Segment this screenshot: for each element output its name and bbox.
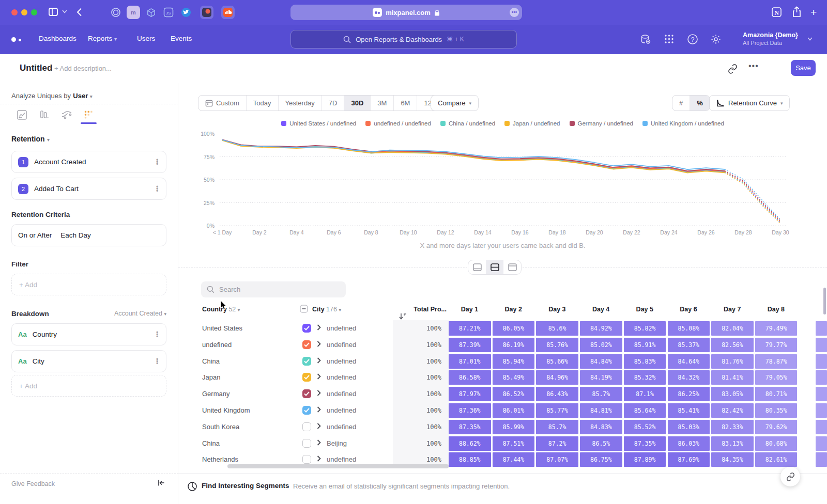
url-bar[interactable]: mixpanel.com ••• <box>290 5 522 20</box>
range-6m[interactable]: 6M <box>394 96 417 111</box>
retention-step-card[interactable]: 2Added To Cart••• <box>11 178 166 200</box>
range-30d[interactable]: 30D <box>344 96 371 111</box>
row-checkbox[interactable] <box>302 439 311 448</box>
retention-value-cell[interactable]: 85.77% <box>536 403 578 418</box>
expand-row-icon[interactable] <box>317 439 321 446</box>
step-event-label[interactable]: Added To Cart <box>34 185 149 193</box>
retention-value-cell[interactable]: 82.04% <box>711 321 754 336</box>
retention-value-cell[interactable]: 87.89% <box>624 452 666 467</box>
retention-value-cell[interactable]: 85.83% <box>624 354 666 369</box>
day-column-header[interactable]: Day 6 <box>668 306 710 313</box>
retention-value-cell[interactable]: 85.02% <box>580 338 622 352</box>
nav-reports[interactable]: Reports ▾ <box>88 35 117 42</box>
zoom-window-icon[interactable] <box>31 9 37 15</box>
legend-item[interactable]: Japan / undefined <box>504 120 560 127</box>
vertical-scrollbar[interactable] <box>823 288 826 314</box>
retention-value-cell[interactable]: 84.19% <box>580 370 622 385</box>
analyze-uniques-dropdown[interactable]: User ▾ <box>73 92 92 100</box>
funnels-bars-icon[interactable] <box>39 109 50 121</box>
row-checkbox[interactable] <box>302 357 311 366</box>
day-column-header[interactable]: Day 3 <box>536 306 578 313</box>
retention-value-cell[interactable]: 87.51% <box>493 436 535 451</box>
give-feedback-link[interactable]: Give Feedback <box>11 480 55 487</box>
new-tab-icon[interactable]: + <box>810 6 817 19</box>
retention-value-cell[interactable]: 85.03% <box>668 420 710 434</box>
range-7d[interactable]: 7D <box>322 96 345 111</box>
retention-line-chart[interactable] <box>220 134 786 226</box>
retention-value-cell[interactable]: 87.44% <box>493 452 535 467</box>
table-only-view-toggle[interactable] <box>503 260 521 274</box>
retention-value-cell[interactable]: 86.5% <box>580 436 622 451</box>
range-yesterday[interactable]: Yesterday <box>279 96 322 111</box>
retention-value-cell[interactable]: 87.21% <box>449 321 491 336</box>
breakdown-property-label[interactable]: Country <box>33 330 149 338</box>
day-column-header[interactable]: Day 8 <box>755 306 797 313</box>
retention-value-cell[interactable]: 80.68% <box>755 436 798 451</box>
project-switcher[interactable]: Amazonia {Demo} All Project Data <box>743 32 798 46</box>
retention-value-cell[interactable]: 87.36% <box>449 403 491 418</box>
retention-value-cell[interactable]: 86.58% <box>449 370 491 385</box>
day-column-header[interactable]: Day 7 <box>711 306 753 313</box>
retention-value-cell[interactable]: 85.32% <box>624 370 666 385</box>
retention-value-cell[interactable]: 84.35% <box>711 452 754 467</box>
kebab-menu-icon[interactable]: ••• <box>155 159 160 165</box>
close-window-icon[interactable] <box>11 9 18 15</box>
nav-dashboards[interactable]: Dashboards <box>39 35 76 42</box>
split-view-toggle[interactable] <box>486 260 503 274</box>
save-button[interactable]: Save <box>791 60 816 76</box>
extension-cube-icon[interactable] <box>144 6 158 19</box>
retention-value-cell[interactable]: 85.66% <box>536 354 578 369</box>
retention-value-cell[interactable]: 82.56% <box>711 338 754 352</box>
retention-value-cell[interactable]: 85.7% <box>536 420 578 434</box>
retention-value-cell[interactable]: 80.35% <box>755 403 798 418</box>
retention-value-cell[interactable]: 82.33% <box>711 420 754 434</box>
retention-value-cell[interactable]: 79.77% <box>755 338 798 352</box>
row-checkbox[interactable] <box>302 389 311 398</box>
minimize-window-icon[interactable] <box>21 9 27 15</box>
expand-row-icon[interactable] <box>317 373 321 380</box>
nav-users[interactable]: Users <box>137 35 155 42</box>
expand-row-icon[interactable] <box>317 357 321 364</box>
retention-value-cell[interactable]: 85.37% <box>668 338 710 352</box>
retention-value-cell[interactable]: 86.01% <box>493 403 535 418</box>
retention-value-cell[interactable]: 83.05% <box>711 387 754 401</box>
breakdown-card[interactable]: AaCity••• <box>11 350 166 372</box>
retention-value-cell[interactable]: 81.76% <box>711 354 754 369</box>
retention-value-cell[interactable]: 86.43% <box>536 387 578 401</box>
global-search-input[interactable]: Open Reports & Dashboards ⌘ + K <box>290 30 517 49</box>
retention-value-cell[interactable]: 84.96% <box>536 370 578 385</box>
copy-link-icon[interactable] <box>728 64 738 74</box>
total-column-header[interactable]: Total Pro... <box>399 306 447 320</box>
kebab-menu-icon[interactable]: ••• <box>155 332 160 338</box>
expand-row-icon[interactable] <box>317 455 321 462</box>
retention-value-cell[interactable]: 85.64% <box>624 403 666 418</box>
retention-value-cell[interactable]: 85.99% <box>493 420 535 434</box>
step-event-label[interactable]: Account Created <box>34 158 149 166</box>
retention-value-cell[interactable]: 84.84% <box>580 354 622 369</box>
retention-grid-icon[interactable] <box>83 109 95 121</box>
extension-record-icon[interactable] <box>200 6 213 19</box>
retention-section-toggle[interactable]: Retention ▾ <box>11 134 50 144</box>
retention-value-cell[interactable]: 85.91% <box>624 338 666 352</box>
breakdown-scope-dropdown[interactable]: Account Created ▾ <box>114 310 166 317</box>
retention-value-cell[interactable]: 85.52% <box>624 420 666 434</box>
row-checkbox[interactable] <box>302 406 311 415</box>
retention-value-cell[interactable]: 79.49% <box>755 321 798 336</box>
retention-value-cell[interactable]: 85.08% <box>668 321 710 336</box>
range-custom[interactable]: Custom <box>198 96 247 111</box>
extension-cloud-icon[interactable] <box>221 6 235 19</box>
retention-value-cell[interactable]: 87.97% <box>449 387 491 401</box>
select-all-checkbox[interactable] <box>300 305 308 313</box>
back-icon[interactable] <box>76 8 82 17</box>
settings-gear-icon[interactable] <box>710 34 722 45</box>
retention-value-cell[interactable]: 86.25% <box>668 387 710 401</box>
retention-value-cell[interactable]: 79.62% <box>755 420 798 434</box>
data-management-icon[interactable] <box>640 34 652 45</box>
expand-row-icon[interactable] <box>317 341 321 347</box>
legend-item[interactable]: China / undefined <box>440 120 495 127</box>
retention-value-cell[interactable]: 85.6% <box>536 321 578 336</box>
expand-row-icon[interactable] <box>317 423 321 429</box>
compare-button[interactable]: Compare▾ <box>431 95 479 111</box>
retention-value-cell[interactable]: 86.03% <box>668 436 710 451</box>
expand-row-icon[interactable] <box>317 324 321 330</box>
